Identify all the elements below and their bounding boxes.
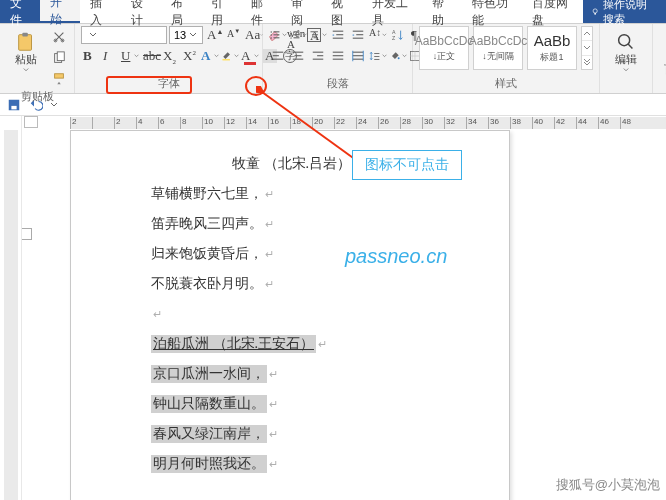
vertical-ruler[interactable] [0, 116, 22, 500]
svg-rect-25 [333, 31, 344, 32]
decrease-indent-button[interactable] [329, 26, 347, 44]
text-effects-icon: A [201, 49, 213, 63]
save-to-cloud-button[interactable]: 保存到 百度网盘 [659, 26, 666, 78]
more-icon [583, 58, 591, 66]
style-nospacing[interactable]: AaBbCcDc↓无间隔 [473, 26, 523, 70]
tab-design[interactable]: 设计 [121, 0, 161, 23]
svg-point-12 [270, 34, 271, 35]
svg-rect-2 [19, 35, 32, 51]
align-center-button[interactable] [289, 47, 307, 65]
shrink-font-button[interactable]: A▼ [225, 26, 243, 44]
tab-view[interactable]: 视图 [321, 0, 361, 23]
line-spacing-button[interactable] [369, 47, 387, 65]
strikethrough-button[interactable]: abc [141, 47, 159, 65]
document-page[interactable]: 牧童 （北宋.吕岩）↵ 草铺横野六七里，↵ 笛弄晚风三四声。↵ 归来饱饭黄昏后，… [70, 130, 510, 500]
bullets-button[interactable] [269, 26, 287, 44]
find-icon [615, 31, 637, 53]
align-left-icon [271, 49, 285, 63]
subscript-button[interactable]: X2 [161, 47, 179, 65]
svg-rect-26 [336, 34, 343, 35]
svg-rect-47 [353, 59, 364, 60]
underline-button[interactable]: U [121, 47, 139, 65]
tab-insert[interactable]: 插入 [80, 0, 120, 23]
numbering-button[interactable]: 123 [289, 26, 307, 44]
font-size-combo[interactable]: 13 [169, 26, 203, 44]
svg-rect-37 [295, 55, 302, 56]
font-group-label: 字体 [81, 75, 256, 93]
poem2-line4: 明月何时照我还。↵ [151, 449, 443, 479]
annotation-callout: 图标不可点击 [352, 150, 462, 180]
line-spacing-icon [369, 49, 381, 63]
group-clipboard: 粘贴 剪贴板 [0, 24, 75, 93]
tab-mailings[interactable]: 邮件 [241, 0, 281, 23]
svg-rect-48 [374, 53, 379, 54]
tab-features[interactable]: 特色功能 [462, 0, 522, 23]
distributed-button[interactable] [349, 47, 367, 65]
tell-me-search[interactable]: 操作说明搜索 [583, 0, 666, 23]
editing-button[interactable]: 编辑 [606, 26, 646, 78]
tab-layout[interactable]: 布局 [161, 0, 201, 23]
multilevel-icon [309, 28, 321, 42]
change-case-button[interactable]: Aa [245, 26, 263, 44]
format-painter-button[interactable] [50, 70, 68, 88]
group-font: 13 A▲ A▼ Aa wénA A B I U abc X2 X2 A A A… [75, 24, 263, 93]
tab-references[interactable]: 引用 [201, 0, 241, 23]
tab-file[interactable]: 文件 [0, 0, 40, 23]
lightbulb-icon [591, 7, 599, 17]
svg-rect-24 [313, 37, 317, 38]
svg-rect-34 [273, 55, 279, 56]
highlight-button[interactable] [221, 47, 239, 65]
svg-rect-27 [333, 38, 344, 39]
paste-button[interactable]: 粘贴 [6, 26, 46, 78]
svg-rect-9 [222, 59, 229, 60]
svg-rect-46 [353, 55, 364, 56]
bold-button[interactable]: B [81, 47, 99, 65]
style-heading1[interactable]: AaBb标题1 [527, 26, 577, 70]
poem1-line1: 草铺横野六七里，↵ [151, 179, 443, 209]
copy-icon [52, 51, 66, 65]
chevron-up-icon [583, 30, 591, 38]
shading-button[interactable] [389, 47, 407, 65]
subscript-icon: X2 [163, 49, 177, 63]
font-family-combo[interactable] [81, 26, 167, 44]
text-direction-button[interactable]: A↕ [369, 26, 387, 44]
ribbon: 粘贴 剪贴板 13 A▲ A▼ Aa wénA A [0, 24, 666, 94]
style-normal[interactable]: AaBbCcDc↓正文 [419, 26, 469, 70]
tab-selector[interactable] [24, 116, 38, 128]
svg-rect-33 [273, 52, 284, 53]
distributed-icon [351, 49, 365, 63]
copy-button[interactable] [50, 49, 68, 67]
tab-review[interactable]: 审阅 [281, 0, 321, 23]
align-justify-button[interactable] [329, 47, 347, 65]
sort-icon: AZ [391, 28, 405, 42]
italic-button[interactable]: I [101, 47, 119, 65]
tab-devtools[interactable]: 开发工具 [362, 0, 422, 23]
svg-rect-3 [22, 33, 27, 37]
cut-button[interactable] [50, 28, 68, 46]
italic-icon: I [103, 49, 117, 63]
increase-indent-button[interactable] [349, 26, 367, 44]
text-dir-icon: A↕ [369, 28, 381, 42]
grow-font-button[interactable]: A▲ [205, 26, 223, 44]
tab-home[interactable]: 开始 [40, 0, 80, 23]
align-right-button[interactable] [309, 47, 327, 65]
styles-scroll[interactable] [581, 26, 593, 70]
horizontal-ruler[interactable]: 2246810121416182022242628303234363840424… [22, 116, 666, 130]
sort-button[interactable]: AZ [389, 26, 407, 44]
text-effects-button[interactable]: A [201, 47, 219, 65]
multilevel-list-button[interactable] [309, 26, 327, 44]
indent-icon [351, 28, 365, 42]
font-color-button[interactable]: A [241, 47, 259, 65]
bullets-icon [269, 28, 281, 42]
svg-rect-50 [374, 59, 379, 60]
tell-me-label: 操作说明搜索 [603, 0, 658, 27]
svg-rect-38 [293, 59, 304, 60]
highlight-icon [221, 49, 233, 63]
align-left-button[interactable] [269, 47, 287, 65]
align-center-icon [291, 49, 305, 63]
svg-rect-8 [55, 74, 64, 78]
superscript-button[interactable]: X2 [181, 47, 199, 65]
tab-baidu[interactable]: 百度网盘 [522, 0, 582, 23]
tab-help[interactable]: 帮助 [422, 0, 462, 23]
underline-icon: U [121, 49, 133, 63]
